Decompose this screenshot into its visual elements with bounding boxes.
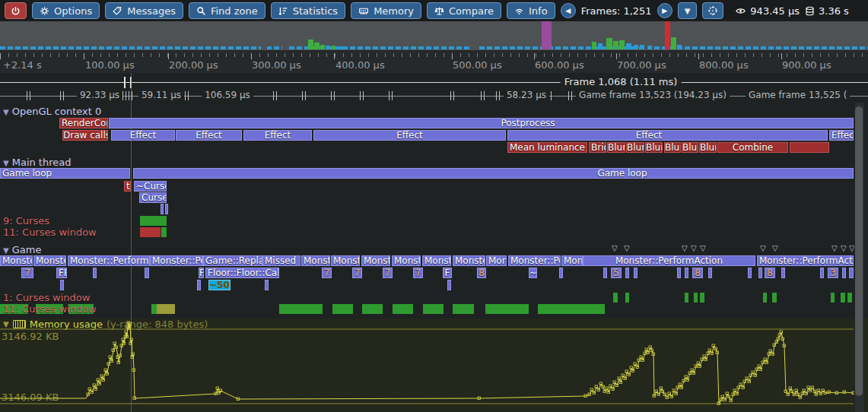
zone[interactable]: Blur xyxy=(664,142,681,153)
zone[interactable]: Monste xyxy=(453,255,485,266)
zone[interactable]: Monster::Pe xyxy=(150,255,203,266)
message-marker-icon[interactable]: ▽ xyxy=(612,245,618,252)
zone[interactable]: 3 xyxy=(828,268,838,278)
zone[interactable] xyxy=(820,268,824,278)
zone[interactable] xyxy=(197,280,201,290)
zone[interactable]: Mons xyxy=(561,255,583,266)
lock-bar[interactable] xyxy=(831,293,835,303)
zone[interactable]: Mons xyxy=(486,255,507,266)
zone[interactable] xyxy=(634,268,637,278)
lock-bar[interactable] xyxy=(140,216,167,226)
frame-band-label[interactable]: Frame 1,068 (1.11 ms) xyxy=(561,76,682,87)
zone[interactable]: Game::Replay xyxy=(203,255,262,266)
message-marker-icon[interactable]: ▽ xyxy=(682,245,688,252)
zone[interactable]: Monste xyxy=(0,255,33,266)
zone[interactable] xyxy=(685,268,688,278)
zone[interactable]: Blur xyxy=(699,142,717,153)
message-marker-icon[interactable]: ▽ xyxy=(700,245,706,252)
zone[interactable]: F xyxy=(443,268,452,278)
lock-bar[interactable] xyxy=(772,293,777,303)
lock-bar[interactable] xyxy=(151,304,157,314)
lock-bar[interactable] xyxy=(140,227,161,237)
lock-bar[interactable] xyxy=(763,293,767,303)
zone[interactable]: Monst xyxy=(331,255,360,266)
zone[interactable] xyxy=(161,204,164,214)
zone[interactable] xyxy=(849,268,854,278)
collapse-icon[interactable]: ▼ xyxy=(3,159,9,167)
zone[interactable] xyxy=(603,268,607,278)
zone[interactable] xyxy=(708,268,712,278)
collapse-icon[interactable]: ▼ xyxy=(3,246,9,255)
message-marker-icon[interactable]: ▽ xyxy=(841,245,847,252)
lock-bar[interactable] xyxy=(393,304,413,314)
section-header-game[interactable]: ▼Game xyxy=(3,244,41,255)
zone[interactable] xyxy=(447,280,451,290)
zone[interactable]: Mean luminance xyxy=(507,142,587,153)
lock-bar[interactable] xyxy=(685,293,688,303)
lock-bar[interactable] xyxy=(613,293,618,303)
lock-bar[interactable] xyxy=(332,304,353,314)
zone[interactable]: 7 xyxy=(413,268,423,278)
memory-usage-chart[interactable] xyxy=(0,319,868,412)
lock-bar[interactable] xyxy=(453,304,474,314)
zone[interactable]: Effect xyxy=(829,130,854,141)
zone[interactable]: Game loop xyxy=(0,168,130,179)
zone[interactable] xyxy=(625,268,629,278)
zone[interactable]: 8 xyxy=(765,268,775,278)
zone[interactable]: Effect xyxy=(176,130,242,141)
zone[interactable]: Monster::Pe xyxy=(508,255,561,266)
zone[interactable] xyxy=(758,268,762,278)
lock-bar[interactable] xyxy=(279,304,323,314)
zone[interactable]: 8 xyxy=(692,268,703,278)
lock-bar[interactable] xyxy=(847,293,852,303)
message-marker-icon[interactable]: ▽ xyxy=(831,245,838,252)
zone[interactable]: Floor::Floor::Calc xyxy=(205,268,279,278)
zone[interactable]: RenderConte xyxy=(59,118,108,128)
zone[interactable]: ~Curses xyxy=(134,181,167,192)
message-marker-icon[interactable]: ▽ xyxy=(624,245,630,252)
zone[interactable]: Blur xyxy=(626,142,644,153)
zone[interactable] xyxy=(145,268,149,278)
zone[interactable]: Curses xyxy=(139,192,167,203)
zone[interactable]: Monster::PerformA xyxy=(68,255,150,266)
collapse-icon[interactable]: ▼ xyxy=(3,108,9,116)
message-marker-icon[interactable]: ▽ xyxy=(760,245,766,252)
zone[interactable] xyxy=(748,268,752,278)
zone[interactable]: Blur xyxy=(607,142,625,153)
zone[interactable]: Monst xyxy=(392,255,421,266)
message-marker-icon[interactable]: ▽ xyxy=(772,245,778,252)
lock-bar[interactable] xyxy=(625,293,629,303)
subframe-label[interactable]: 59.11 μs xyxy=(138,90,184,100)
lock-bar[interactable] xyxy=(161,227,167,237)
zone[interactable]: Monster::PerformActi xyxy=(757,255,854,266)
lock-bar[interactable] xyxy=(841,293,845,303)
zone[interactable]: Brigh xyxy=(589,142,606,153)
lock-bar[interactable] xyxy=(694,293,698,303)
zone[interactable]: Postprocess xyxy=(109,118,854,128)
subframe-label[interactable]: 58.23 μs xyxy=(504,90,549,100)
lock-bar[interactable] xyxy=(485,304,529,314)
zone[interactable] xyxy=(790,142,829,153)
lock-bar[interactable] xyxy=(157,304,175,314)
section-header-opengl-context-0[interactable]: ▼OpenGL context 0 xyxy=(3,106,101,117)
subframe-label[interactable]: 92.33 μs xyxy=(77,90,122,100)
zone[interactable] xyxy=(677,268,681,278)
subframe-label[interactable]: Game frame 13,523 (194.23 μs) xyxy=(576,90,730,100)
zone[interactable] xyxy=(165,204,168,214)
zone[interactable]: Monster::PerformAction xyxy=(583,255,755,266)
zone[interactable]: Missed xyxy=(262,255,300,266)
zone[interactable]: Game loop xyxy=(133,168,854,179)
zone[interactable]: ~50~ xyxy=(208,280,231,290)
zone[interactable] xyxy=(265,280,269,290)
zone[interactable] xyxy=(559,268,563,278)
section-header-main-thread[interactable]: ▼Main thread xyxy=(3,157,71,168)
zone[interactable]: F xyxy=(199,268,204,278)
subframe-label[interactable]: 106.59 μs xyxy=(202,90,253,100)
subframe-label[interactable]: Game frame 13,525 ( xyxy=(746,90,850,100)
zone[interactable]: Draw calls xyxy=(62,130,108,141)
zone[interactable]: Combine xyxy=(717,142,788,153)
zone[interactable]: FF xyxy=(56,268,67,278)
lock-bar[interactable] xyxy=(538,304,605,314)
zone[interactable]: Monste xyxy=(33,255,66,266)
zone[interactable]: Blur xyxy=(682,142,698,153)
